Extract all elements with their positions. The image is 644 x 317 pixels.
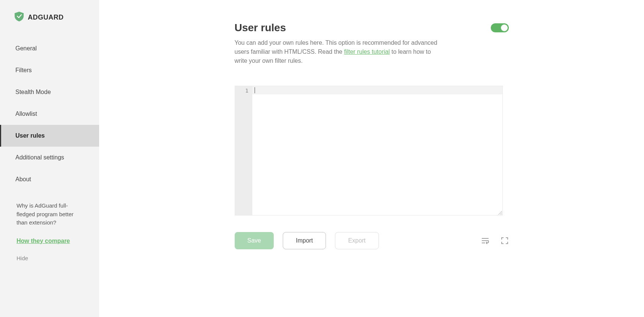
rules-editor[interactable]: 1 — [235, 86, 503, 215]
app-logo[interactable]: ADGUARD — [0, 11, 99, 34]
promo-question: Why is AdGuard full-fledged program bett… — [17, 202, 85, 227]
sidebar-item-about[interactable]: About — [0, 168, 99, 190]
line-number: 1 — [235, 88, 249, 94]
editor-gutter: 1 — [235, 86, 252, 215]
sidebar-item-allowlist[interactable]: Allowlist — [0, 103, 99, 125]
editor-code-area[interactable] — [252, 86, 502, 215]
sidebar-item-additional-settings[interactable]: Additional settings — [0, 147, 99, 168]
svg-line-2 — [501, 214, 502, 215]
sidebar-item-user-rules[interactable]: User rules — [0, 125, 99, 147]
import-button[interactable]: Import — [283, 232, 326, 249]
resize-handle-icon[interactable] — [497, 210, 502, 215]
sidebar-promo: Why is AdGuard full-fledged program bett… — [0, 202, 99, 261]
sidebar-item-stealth-mode[interactable]: Stealth Mode — [0, 81, 99, 103]
page-description: You can add your own rules here. This op… — [235, 38, 445, 65]
main-content: User rules You can add your own rules he… — [99, 0, 644, 317]
sidebar-item-filters[interactable]: Filters — [0, 59, 99, 81]
export-button[interactable]: Export — [335, 232, 379, 249]
shield-icon — [14, 11, 24, 23]
promo-compare-link[interactable]: How they compare — [17, 238, 70, 244]
filter-rules-tutorial-link[interactable]: filter rules tutorial — [344, 49, 390, 55]
fullscreen-icon[interactable] — [501, 237, 509, 245]
nav: General Filters Stealth Mode Allowlist U… — [0, 38, 99, 190]
page-title: User rules — [235, 22, 445, 34]
editor-cursor — [255, 87, 255, 93]
wrap-lines-icon[interactable] — [481, 237, 489, 245]
sidebar-item-general[interactable]: General — [0, 38, 99, 59]
sidebar: ADGUARD General Filters Stealth Mode All… — [0, 0, 99, 317]
promo-hide-button[interactable]: Hide — [17, 255, 85, 261]
editor-actions: Save Import Export — [235, 232, 509, 249]
user-rules-toggle[interactable] — [491, 23, 509, 32]
save-button[interactable]: Save — [235, 232, 274, 249]
app-name: ADGUARD — [28, 14, 64, 21]
